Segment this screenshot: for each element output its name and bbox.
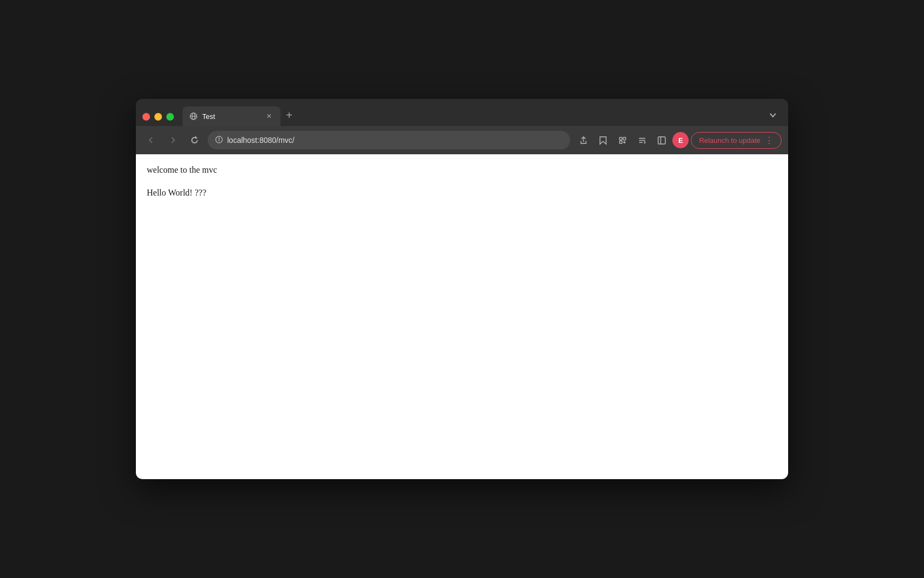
page-content: welcome to the mvc Hello World! ??? [136, 154, 788, 479]
info-icon [215, 136, 223, 145]
back-button[interactable] [142, 131, 160, 149]
relaunch-button[interactable]: Relaunch to update ⋮ [691, 132, 782, 149]
close-button[interactable] [142, 113, 150, 121]
address-bar[interactable]: localhost:8080/mvc/ [208, 131, 570, 149]
svg-marker-6 [600, 136, 606, 143]
browser-window: Test ✕ + [136, 99, 788, 479]
sidebar-button[interactable] [653, 131, 670, 149]
share-button[interactable] [575, 131, 592, 149]
forward-button[interactable] [164, 131, 182, 149]
new-tab-button[interactable]: + [280, 106, 298, 124]
extensions-button[interactable] [614, 131, 631, 149]
svg-rect-8 [623, 137, 626, 140]
url-text: localhost:8080/mvc/ [227, 136, 563, 144]
profile-button[interactable]: E [672, 132, 689, 148]
reading-list-button[interactable] [633, 131, 651, 149]
minimize-button[interactable] [154, 113, 162, 121]
nav-bar: localhost:8080/mvc/ [136, 126, 788, 154]
tab-title: Test [202, 112, 260, 121]
svg-rect-13 [658, 136, 665, 143]
svg-rect-9 [620, 141, 622, 143]
reload-button[interactable] [186, 131, 203, 149]
title-bar: Test ✕ + [136, 99, 788, 126]
tab-dropdown-button[interactable] [764, 106, 782, 124]
more-options-icon: ⋮ [765, 135, 773, 146]
page-line-2: Hello World! ??? [147, 188, 777, 198]
relaunch-label: Relaunch to update [699, 136, 760, 144]
svg-rect-7 [620, 137, 622, 140]
page-line-1: welcome to the mvc [147, 165, 777, 175]
browser-tab[interactable]: Test ✕ [183, 106, 280, 126]
maximize-button[interactable] [166, 113, 174, 121]
window-controls [142, 113, 174, 121]
tab-close-button[interactable]: ✕ [264, 111, 274, 121]
tab-favicon-icon [189, 112, 198, 121]
svg-point-5 [219, 138, 220, 139]
nav-actions: E Relaunch to update ⋮ [575, 131, 782, 149]
bookmark-button[interactable] [594, 131, 611, 149]
